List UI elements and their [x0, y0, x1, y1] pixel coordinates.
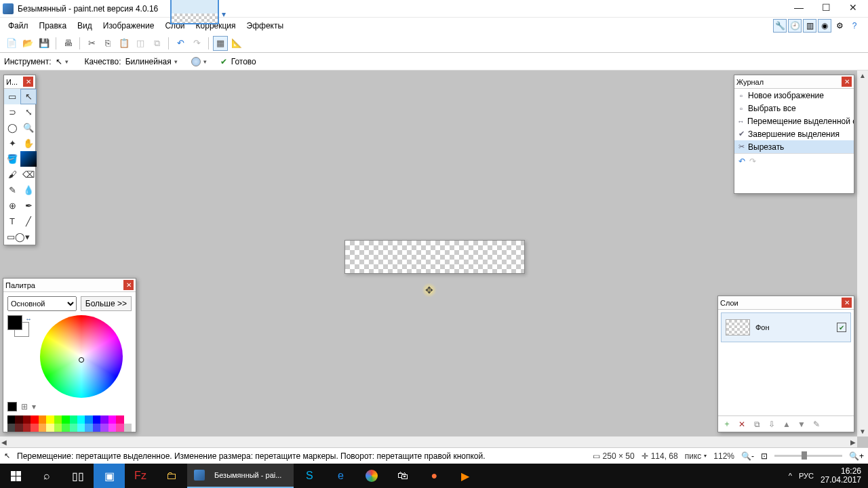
- zoom-out-icon[interactable]: 🔍‑: [741, 451, 754, 461]
- duplicate-layer-icon[interactable]: ⧉: [751, 418, 763, 430]
- recolor-tool[interactable]: ✒: [20, 198, 37, 214]
- quality-selector[interactable]: Билинейная: [125, 57, 178, 66]
- history-item[interactable]: ↔Перемещение выделенной области: [734, 115, 854, 127]
- settings-icon[interactable]: ⚙: [833, 19, 846, 33]
- tools-close-icon[interactable]: ✕: [23, 77, 33, 87]
- tray-clock[interactable]: 16:26 27.04.2017: [821, 467, 861, 485]
- magic-wand-tool[interactable]: ✦: [4, 136, 20, 151]
- history-header[interactable]: Журнал ✕: [734, 75, 854, 89]
- brush-tool[interactable]: 🖌: [4, 167, 20, 182]
- colors-toggle-icon[interactable]: ◉: [818, 19, 831, 33]
- history-toggle-icon[interactable]: 🕘: [788, 19, 802, 33]
- line-tool[interactable]: ╱: [20, 214, 37, 229]
- taskbar-app[interactable]: ▶: [450, 464, 481, 488]
- primary-color[interactable]: [7, 315, 22, 330]
- layer-row[interactable]: Фон ✔: [721, 312, 851, 342]
- pan-tool[interactable]: ✋: [20, 136, 37, 151]
- scroll-left-icon[interactable]: ◀: [1, 439, 7, 446]
- close-button[interactable]: ✕: [840, 0, 867, 15]
- palette-strip[interactable]: [7, 415, 132, 432]
- gradient-tool[interactable]: g: [20, 151, 37, 167]
- shapes-tool[interactable]: ▭◯▾: [4, 229, 37, 245]
- more-button[interactable]: Больше >>: [81, 296, 132, 311]
- eraser-tool[interactable]: ⌫: [20, 167, 37, 182]
- copy-icon[interactable]: ⎘: [100, 36, 115, 51]
- move-up-icon[interactable]: ▲: [781, 418, 793, 430]
- sampling-selector[interactable]: [191, 57, 207, 66]
- menu-edit[interactable]: Правка: [34, 20, 73, 32]
- tools-panel-header[interactable]: И... ✕: [4, 75, 35, 89]
- scroll-up-icon[interactable]: ▲: [859, 72, 866, 79]
- undo-icon[interactable]: ↶: [173, 36, 188, 51]
- taskbar-app[interactable]: 🗀: [156, 464, 187, 488]
- save-icon[interactable]: 💾: [37, 36, 52, 51]
- tool-selector[interactable]: ↖: [56, 57, 68, 66]
- scroll-down-icon[interactable]: ▼: [859, 428, 866, 435]
- bucket-tool[interactable]: 🪣: [4, 151, 20, 167]
- deselect-icon[interactable]: ⧉: [149, 36, 164, 51]
- new-icon[interactable]: 📄: [4, 36, 19, 51]
- history-item[interactable]: ▫Новое изображение: [734, 89, 854, 102]
- print-icon[interactable]: 🖶: [60, 36, 75, 51]
- palette-close-icon[interactable]: ✕: [123, 280, 134, 290]
- menu-image[interactable]: Изображение: [98, 20, 160, 32]
- palette-header[interactable]: Палитра ✕: [3, 279, 136, 292]
- palette-add-icon[interactable]: ⊞: [21, 402, 28, 411]
- taskbar-app[interactable]: 🛍: [387, 464, 418, 488]
- history-item[interactable]: ✔Завершение выделения: [734, 127, 854, 140]
- zoom-fit-icon[interactable]: ⊡: [761, 451, 768, 461]
- start-button[interactable]: [0, 464, 31, 488]
- taskbar-app[interactable]: ●: [418, 464, 450, 488]
- layers-close-icon[interactable]: ✕: [842, 298, 852, 308]
- taskbar-app[interactable]: Fz: [125, 464, 156, 488]
- zoom-tool[interactable]: 🔍: [20, 120, 37, 136]
- history-undo-icon[interactable]: ↶: [738, 157, 745, 166]
- tray-lang[interactable]: РУС: [799, 472, 814, 480]
- color-wheel[interactable]: [40, 315, 123, 398]
- menu-file[interactable]: Файл: [3, 20, 34, 32]
- taskbar-app[interactable]: ▣: [94, 464, 125, 488]
- pencil-tool[interactable]: ✎: [4, 182, 20, 198]
- crop-icon[interactable]: ◫: [133, 36, 148, 51]
- merge-down-icon[interactable]: ⇩: [766, 418, 778, 430]
- layer-visibility-checkbox[interactable]: ✔: [837, 323, 846, 332]
- canvas[interactable]: [344, 240, 525, 274]
- layers-header[interactable]: Слои ✕: [718, 296, 854, 310]
- move-selection-tool[interactable]: ↖: [20, 89, 37, 104]
- menu-view[interactable]: Вид: [72, 20, 98, 32]
- search-icon[interactable]: ⌕: [31, 464, 62, 488]
- vertical-scrollbar[interactable]: ▲ ▼: [857, 70, 868, 436]
- maximize-button[interactable]: ☐: [812, 0, 840, 15]
- help-icon[interactable]: ?: [848, 19, 861, 33]
- zoom-in-icon[interactable]: 🔍+: [849, 451, 864, 461]
- rect-select-tool[interactable]: ▭: [4, 89, 20, 104]
- unit-selector[interactable]: пикс▾: [685, 451, 707, 461]
- layers-toggle-icon[interactable]: ▥: [803, 19, 816, 33]
- layer-props-icon[interactable]: ✎: [810, 418, 823, 430]
- ruler-icon[interactable]: 📐: [229, 36, 244, 51]
- taskbar-paintnet[interactable]: Безымянный - pai...: [187, 464, 294, 488]
- horizontal-scrollbar[interactable]: ◀ ▶: [0, 436, 857, 447]
- taskbar-app[interactable]: e: [325, 464, 356, 488]
- cut-icon[interactable]: ✂: [84, 36, 99, 51]
- scroll-right-icon[interactable]: ▶: [850, 439, 856, 446]
- move-selected-tool[interactable]: ⤡: [20, 104, 37, 120]
- picker-tool[interactable]: 💧: [20, 182, 37, 198]
- open-icon[interactable]: 📂: [20, 36, 35, 51]
- taskbar-app[interactable]: [356, 464, 387, 488]
- taskbar-app[interactable]: S: [294, 464, 325, 488]
- redo-icon[interactable]: ↷: [189, 36, 204, 51]
- history-redo-icon[interactable]: ↷: [749, 157, 756, 166]
- delete-layer-icon[interactable]: ✕: [736, 418, 748, 430]
- minimize-button[interactable]: —: [785, 0, 812, 15]
- task-view-icon[interactable]: ▯▯: [62, 464, 94, 488]
- history-item[interactable]: ▫Выбрать все: [734, 102, 854, 115]
- clone-tool[interactable]: ⊕: [4, 198, 20, 214]
- current-color-icon[interactable]: [7, 402, 17, 411]
- zoom-slider[interactable]: [774, 455, 842, 457]
- history-item[interactable]: ✂Вырезать: [734, 140, 854, 153]
- doc-dropdown-icon[interactable]: ▾: [222, 9, 229, 19]
- color-mode-select[interactable]: Основной: [7, 296, 77, 311]
- document-thumb[interactable]: ★: [170, 0, 219, 24]
- paste-icon[interactable]: 📋: [117, 36, 132, 51]
